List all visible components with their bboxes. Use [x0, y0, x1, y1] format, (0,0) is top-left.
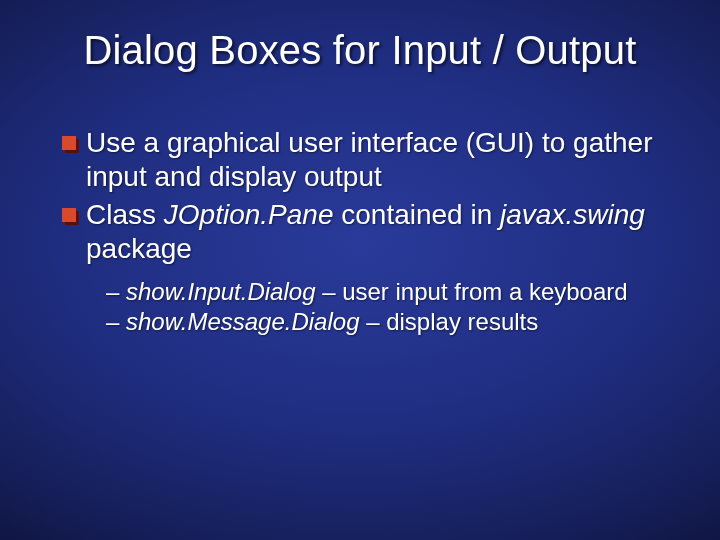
bullet-text: Class JOption.Pane contained in javax.sw…: [86, 198, 680, 266]
description: user input from a keyboard: [342, 278, 627, 305]
dash: –: [106, 308, 126, 335]
sub-item: – show.Input.Dialog – user input from a …: [106, 277, 680, 308]
sub-list: – show.Input.Dialog – user input from a …: [106, 277, 680, 338]
bullet-icon: [62, 208, 76, 222]
text-fragment: Class: [86, 199, 164, 230]
text-fragment: contained in: [333, 199, 500, 230]
bullet-text: Use a graphical user interface (GUI) to …: [86, 126, 680, 194]
separator: –: [359, 308, 386, 335]
separator: –: [315, 278, 342, 305]
bullet-item: Class JOption.Pane contained in javax.sw…: [62, 198, 680, 266]
dash: –: [106, 278, 126, 305]
slide: Dialog Boxes for Input / Output Use a gr…: [0, 0, 720, 540]
bullet-item: Use a graphical user interface (GUI) to …: [62, 126, 680, 194]
slide-title: Dialog Boxes for Input / Output: [0, 28, 720, 73]
method-name: show.Message.Dialog: [126, 308, 359, 335]
slide-content: Use a graphical user interface (GUI) to …: [62, 126, 680, 338]
text-fragment: package: [86, 233, 192, 264]
description: display results: [386, 308, 538, 335]
class-name: JOption.Pane: [164, 199, 334, 230]
sub-item: – show.Message.Dialog – display results: [106, 307, 680, 338]
method-name: show.Input.Dialog: [126, 278, 315, 305]
bullet-icon: [62, 136, 76, 150]
package-name: javax.swing: [500, 199, 645, 230]
